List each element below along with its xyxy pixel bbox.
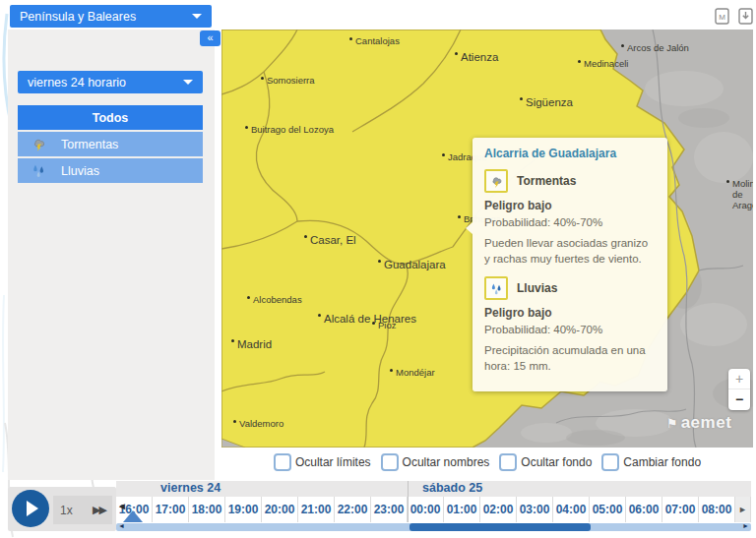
- sidebar-panel: viernes 24 horario TodosTormentasLluvias: [8, 30, 215, 480]
- option-ocultar-fondo: Ocultar fondo: [499, 453, 592, 471]
- option-ocultar-nombres: Ocultar nombres: [381, 453, 490, 471]
- map-document-button[interactable]: M: [715, 8, 729, 29]
- place-name: Valdemoro: [239, 418, 284, 429]
- place-label: Pioz: [378, 321, 396, 331]
- time-cell-03:00[interactable]: 03:00: [517, 497, 553, 522]
- place-name: Mondéjar: [396, 367, 435, 378]
- checkbox[interactable]: [499, 453, 517, 471]
- place-label: Casar, El: [310, 234, 356, 247]
- checkbox[interactable]: [601, 453, 619, 471]
- checkbox[interactable]: [381, 453, 399, 471]
- layer-label: Tormentas: [61, 138, 118, 151]
- aemet-attribution: ⚑ aemet: [666, 413, 731, 433]
- warning-tormentas: TormentasPeligro bajoProbabilidad: 40%-7…: [484, 169, 656, 267]
- timeline: viernes 24sábado 25 16:0017:0018:0019:00…: [116, 481, 751, 531]
- time-cell-00:00[interactable]: 00:00: [408, 497, 444, 522]
- warning-level: Peligro bajo: [484, 199, 656, 212]
- place-dot: [349, 37, 352, 40]
- time-cell-07:00[interactable]: 07:00: [662, 497, 699, 522]
- time-cell-20:00[interactable]: 20:00: [262, 497, 298, 522]
- map-document-icon: M: [715, 8, 729, 25]
- timeline-day-header: viernes 24sábado 25: [116, 481, 751, 497]
- place-dot: [726, 180, 729, 183]
- aemet-logo-icon: ⚑: [666, 416, 678, 431]
- storm-icon: [489, 174, 504, 189]
- checkbox[interactable]: [274, 453, 291, 471]
- time-cell-23:00[interactable]: 23:00: [371, 497, 408, 522]
- play-button[interactable]: [12, 490, 49, 527]
- warning-list: TormentasPeligro bajoProbabilidad: 40%-7…: [484, 169, 656, 374]
- popup-title: Alcarria de Guadalajara: [484, 147, 656, 160]
- place-label: Valdemoro: [239, 419, 284, 430]
- warning-description: Pueden llevar asociadas granizo y rachas…: [484, 235, 656, 267]
- region-selector-label: Península y Baleares: [20, 10, 136, 24]
- time-cell-22:00[interactable]: 22:00: [335, 497, 371, 522]
- place-name: Alcalá de Henares: [324, 313, 416, 325]
- place-name: Arcos de Jalón: [627, 42, 689, 53]
- current-time-marker[interactable]: [123, 510, 143, 522]
- map-zoom-control: + −: [728, 369, 750, 410]
- layer-button-tormentas[interactable]: Tormentas: [18, 132, 203, 156]
- place-dot: [318, 314, 321, 317]
- timeline-hours: 16:0017:0018:0019:0020:0021:0022:0023:00…: [116, 497, 751, 522]
- download-button[interactable]: [738, 8, 753, 29]
- layer-label: Lluvias: [61, 164, 99, 178]
- scrollbar-right-arrow-icon[interactable]: ►: [742, 522, 749, 529]
- collapse-sidebar-button[interactable]: «: [200, 30, 220, 46]
- place-label: Cantalojas: [355, 36, 400, 47]
- layer-button-todos[interactable]: Todos: [18, 105, 203, 130]
- aemet-logo-text: aemet: [681, 413, 732, 433]
- day-separator: [408, 481, 409, 522]
- place-dot: [378, 260, 381, 263]
- scrollbar-thumb[interactable]: [410, 523, 591, 531]
- time-cell-02:00[interactable]: 02:00: [480, 497, 517, 522]
- scrollbar-left-arrow-icon[interactable]: ◄: [118, 522, 125, 529]
- time-cell-06:00[interactable]: 06:00: [626, 497, 662, 522]
- place-name: Pioz: [378, 320, 396, 330]
- timeline-scrollbar[interactable]: ◄ ►: [116, 523, 751, 531]
- place-label: Alcalá de Henares: [324, 313, 416, 326]
- place-dot: [458, 215, 461, 218]
- place-dot: [390, 369, 393, 372]
- place-name: Atienza: [461, 51, 498, 63]
- storm-icon: [31, 136, 47, 152]
- warning-description: Precipitación acumulada en una hora: 15 …: [484, 342, 656, 374]
- time-cell-17:00[interactable]: 17:00: [153, 497, 189, 522]
- warning-header: Lluvias: [484, 276, 656, 300]
- time-cell-05:00[interactable]: 05:00: [590, 497, 626, 522]
- place-label: Atienza: [461, 51, 498, 64]
- play-icon: [27, 501, 38, 516]
- warning-type: Tormentas: [517, 174, 576, 188]
- scroll-right-icon[interactable]: ►: [735, 497, 751, 522]
- place-label: Medinaceli: [584, 59, 628, 70]
- time-cell-04:00[interactable]: 04:00: [553, 497, 590, 522]
- warning-type: Lluvias: [517, 281, 557, 295]
- place-name: Medinaceli: [584, 58, 628, 69]
- place-dot: [231, 339, 234, 342]
- region-selector-dropdown[interactable]: Península y Baleares: [10, 5, 212, 28]
- warning-icon-box: [484, 169, 508, 193]
- warning-level: Peligro bajo: [484, 306, 656, 320]
- time-selector-dropdown[interactable]: viernes 24 horario: [18, 71, 203, 93]
- speed-button[interactable]: 1x: [60, 504, 73, 517]
- zoom-out-button[interactable]: −: [728, 389, 750, 409]
- zoom-in-button[interactable]: +: [728, 369, 750, 389]
- place-dot: [578, 60, 581, 63]
- warning-map[interactable]: CantalojasAtienzaSomosierraMedinaceliArc…: [221, 30, 753, 448]
- time-cell-08:00[interactable]: 08:00: [699, 497, 735, 522]
- time-cell-21:00[interactable]: 21:00: [298, 497, 335, 522]
- place-label: Alcobendas: [253, 295, 302, 306]
- place-label: Mondéjar: [396, 368, 435, 379]
- aemet-warnings-app: Península y Baleares viernes 24 horario …: [0, 0, 756, 538]
- option-ocultar-límites: Ocultar límites: [274, 453, 371, 471]
- place-name: Guadalajara: [384, 259, 446, 270]
- place-dot: [245, 126, 248, 129]
- layer-list: TodosTormentasLluvias: [18, 105, 203, 185]
- layer-button-lluvias[interactable]: Lluvias: [18, 158, 203, 183]
- time-cell-01:00[interactable]: 01:00: [444, 497, 480, 522]
- fast-forward-icon[interactable]: ▶▶: [93, 504, 105, 516]
- time-cell-19:00[interactable]: 19:00: [225, 497, 262, 522]
- place-name: Cantalojas: [355, 35, 400, 46]
- time-cell-18:00[interactable]: 18:00: [189, 497, 225, 522]
- rain-icon: [31, 162, 47, 179]
